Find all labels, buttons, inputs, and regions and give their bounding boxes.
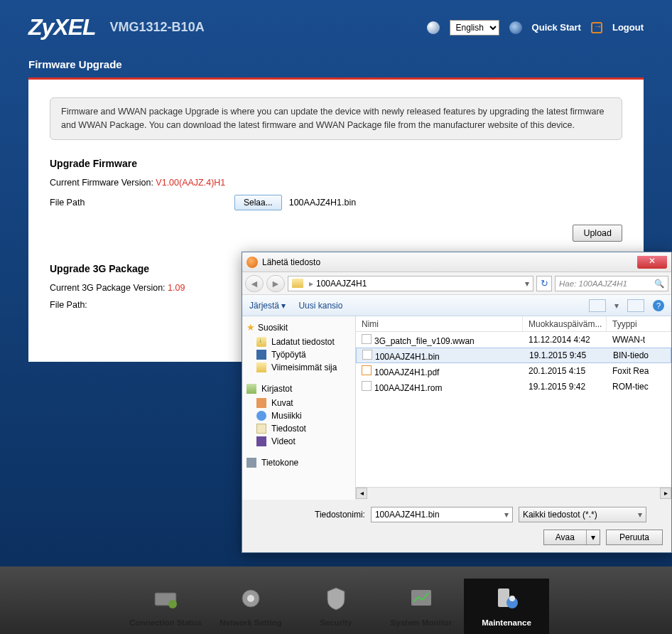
new-folder-button[interactable]: Uusi kansio [298,301,342,311]
gear-icon [237,584,265,613]
fw-version-value: V1.00(AAJZ.4)H1 [156,178,225,188]
documents-icon [256,424,266,434]
language-select[interactable]: English [450,20,499,36]
pkg-filepath-label: File Path: [50,300,234,310]
refresh-button[interactable]: ↻ [536,276,552,291]
firefox-icon [246,257,258,268]
connection-icon [151,584,180,613]
svg-point-1 [168,600,177,608]
model-label: VMG1312-B10A [110,20,205,35]
desktop-icon [256,350,266,360]
svg-point-7 [509,596,515,601]
logout-link[interactable]: Logout [612,22,644,33]
globe-icon [427,21,440,34]
path-text: 100AAJZ4H1 [316,279,367,289]
forward-button[interactable]: ► [266,275,285,292]
logo: ZyXEL [28,14,96,41]
file-open-dialog: Lähetä tiedosto ✕ ◄ ► ▸ 100AAJZ4H1 ▾ ↻ H… [242,252,672,553]
view-options-button[interactable] [589,299,606,312]
nav-network-setting[interactable]: Network Setting [208,579,293,634]
maintenance-icon [492,584,521,613]
computer-icon [246,458,256,468]
dialog-title: Lähetä tiedosto [262,257,320,267]
svg-point-3 [247,595,254,602]
nav-system-monitor[interactable]: System Monitor [379,579,464,634]
logout-icon [591,22,602,33]
organize-menu[interactable]: Järjestä ▾ [249,301,286,311]
nav-security[interactable]: Security [293,579,379,634]
chart-icon [407,584,435,613]
sidebar-documents[interactable]: Tiedostot [246,422,351,435]
dialog-titlebar[interactable]: Lähetä tiedosto ✕ [242,252,671,272]
help-icon[interactable]: ? [653,300,664,311]
path-box[interactable]: ▸ 100AAJZ4H1 ▾ [288,276,533,291]
pkg-version-label: Current 3G Package Version: [50,283,166,293]
search-input[interactable]: Hae: 100AAJZ4H1 🔍 [555,276,668,291]
bottom-nav: Connection Status Network Setting Securi… [0,566,672,634]
page-title: Firmware Upgrade [0,48,672,77]
pkg-version-value: 1.09 [168,283,185,293]
upgrade-firmware-title: Upgrade Firmware [50,158,622,169]
sidebar-computer[interactable]: Tietokone [246,458,351,468]
scroll-right-button[interactable]: ▸ [660,488,671,499]
quickstart-icon [509,21,522,34]
pdf-icon [362,365,372,375]
open-button[interactable]: Avaa▾ [543,530,600,545]
sidebar-pictures[interactable]: Kuvat [246,397,351,409]
search-icon: 🔍 [654,279,664,289]
svg-rect-4 [411,590,431,606]
filename-input[interactable]: 100AAJZ4H1.bin▾ [371,507,513,522]
music-icon [256,411,266,421]
scroll-left-button[interactable]: ◂ [356,488,367,499]
file-icon [362,334,372,344]
fw-filepath-label: File Path [50,198,234,208]
file-row[interactable]: 3G_patch_file_v109.wwan 11.12.2014 4:42 … [356,332,671,348]
shield-icon [322,584,350,613]
sidebar-downloads[interactable]: Ladatut tiedostot [246,335,351,348]
sidebar-recent[interactable]: Viimeisimmät sija [246,361,351,374]
file-row[interactable]: 100AAJZ4H1.pdf 20.1.2015 4:15 Foxit Rea [356,363,671,379]
sidebar-music[interactable]: Musiikki [246,409,351,422]
pictures-icon [256,398,266,408]
sidebar-desktop[interactable]: Työpöytä [246,348,351,361]
upload-button[interactable]: Upload [573,225,622,242]
folder-icon [292,279,303,288]
recent-icon [256,362,266,372]
videos-icon [256,436,266,446]
preview-pane-button[interactable] [627,299,644,312]
downloads-icon [256,337,266,347]
browse-button[interactable]: Selaa... [234,195,282,210]
sidebar-favorites[interactable]: ★Suosikit [246,322,351,333]
column-type[interactable]: Tyyppi [607,316,671,331]
star-icon: ★ [246,322,255,333]
filetype-filter[interactable]: Kaikki tiedostot (*.*)▾ [519,507,646,522]
quickstart-link[interactable]: Quick Start [532,22,581,33]
column-date[interactable]: Muokkauspäiväm... [523,316,607,331]
file-row[interactable]: 100AAJZ4H1.bin 19.1.2015 9:45 BIN-tiedo [356,348,671,363]
file-icon [362,381,372,391]
cancel-button[interactable]: Peruuta [606,530,663,545]
close-button[interactable]: ✕ [637,256,667,269]
sidebar: ★Suosikit Ladatut tiedostot Työpöytä Vii… [242,316,356,500]
nav-connection-status[interactable]: Connection Status [123,579,208,634]
file-icon [362,350,372,360]
fw-version-label: Current Firmware Version: [50,178,153,188]
libraries-icon [246,384,256,394]
info-box: Firmware and WWAN package Upgrade is whe… [50,97,622,140]
back-button[interactable]: ◄ [245,275,264,292]
nav-maintenance[interactable]: Maintenance [464,579,549,634]
filename-label: Tiedostonimi: [315,510,365,520]
sidebar-videos[interactable]: Videot [246,435,351,448]
selected-file-name: 100AAJZ4H1.bin [289,198,357,208]
horizontal-scrollbar[interactable]: ◂ ▸ [356,487,671,500]
file-row[interactable]: 100AAJZ4H1.rom 19.1.2015 9:42 ROM-tiec [356,379,671,394]
sidebar-libraries[interactable]: Kirjastot [246,384,351,394]
column-name[interactable]: Nimi [356,316,523,331]
